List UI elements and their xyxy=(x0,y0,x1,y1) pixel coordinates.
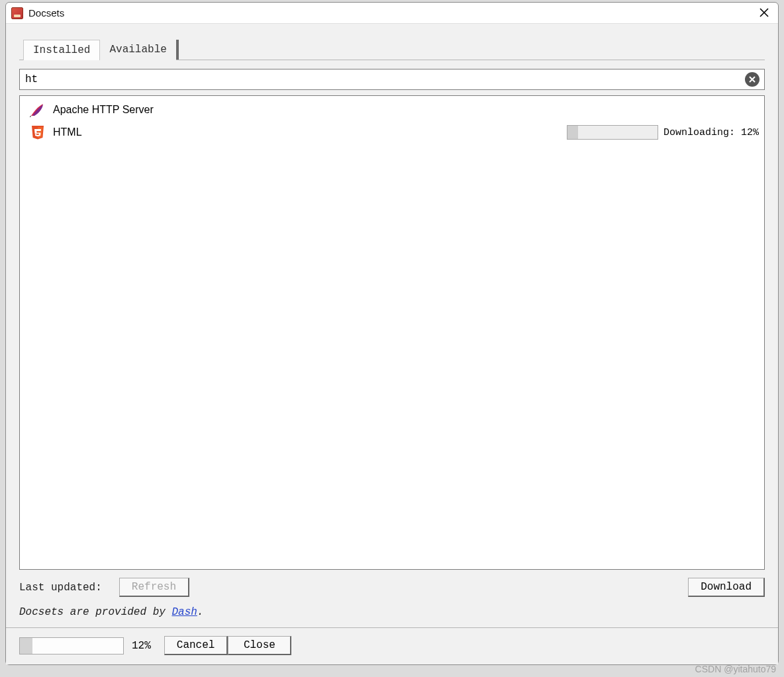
titlebar: Docsets xyxy=(6,3,778,24)
close-icon[interactable] xyxy=(757,7,771,19)
download-button[interactable]: Download xyxy=(688,578,765,597)
window-title: Docsets xyxy=(28,7,757,19)
result-list[interactable]: Apache HTTP Server HTML xyxy=(19,95,765,570)
download-progress xyxy=(567,125,658,140)
search-input[interactable] xyxy=(19,69,765,90)
download-status: Downloading: 12% xyxy=(662,127,760,138)
footer-row: Last updated: Refresh Download xyxy=(19,570,765,601)
tab-strip: Installed Available xyxy=(23,40,765,60)
list-item[interactable]: Apache HTTP Server xyxy=(20,99,764,121)
tab-panel: Apache HTTP Server HTML xyxy=(19,60,765,627)
body-area: Installed Available xyxy=(6,24,778,664)
tab-divider xyxy=(176,40,179,60)
tab-installed[interactable]: Installed xyxy=(23,40,100,60)
list-item[interactable]: HTML Downloading: 12% xyxy=(20,121,764,144)
list-item-label: HTML xyxy=(53,126,82,138)
apache-feather-icon xyxy=(29,102,46,118)
html5-icon xyxy=(29,124,46,140)
search-row xyxy=(19,69,765,90)
watermark-text: CSDN @yitahuto79 xyxy=(695,664,776,674)
last-updated-label: Last updated: xyxy=(19,582,102,594)
close-button[interactable]: Close xyxy=(228,636,291,655)
docsets-window: Docsets Installed Available xyxy=(5,2,779,665)
tab-available[interactable]: Available xyxy=(100,40,175,60)
list-item-label: Apache HTTP Server xyxy=(53,104,154,116)
bottom-bar: 12% Cancel Close xyxy=(6,627,778,664)
provided-by-text: Docsets are provided by Dash. xyxy=(19,601,765,627)
cancel-button[interactable]: Cancel xyxy=(164,636,228,655)
app-icon xyxy=(11,7,23,19)
dash-link[interactable]: Dash xyxy=(172,606,197,618)
clear-search-icon[interactable] xyxy=(745,72,760,87)
percent-label: 12% xyxy=(132,640,151,652)
refresh-button[interactable]: Refresh xyxy=(119,578,189,597)
bottom-progress xyxy=(19,637,124,654)
